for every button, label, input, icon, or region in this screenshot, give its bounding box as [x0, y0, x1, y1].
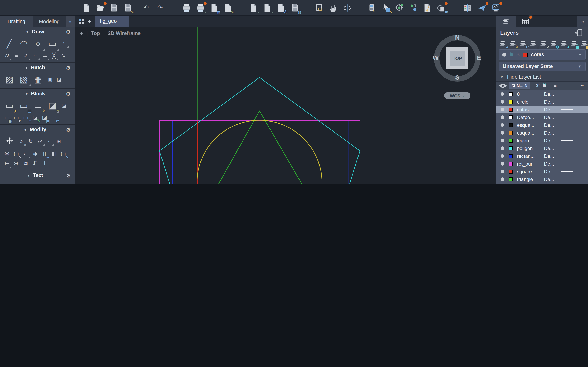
mtext-icon[interactable]: A	[3, 180, 16, 184]
order-swap-icon[interactable]: ⇵	[31, 159, 39, 167]
viewport-view-menu[interactable]: Top	[91, 30, 100, 36]
view-compass[interactable]: N S W E TOP	[434, 35, 481, 82]
outer-rectangle[interactable]	[159, 120, 360, 184]
layer-color-swatch[interactable]	[509, 177, 513, 181]
palette-collapse-button[interactable]: «	[66, 16, 75, 27]
circle-icon[interactable]: ○	[31, 36, 44, 50]
gear-icon[interactable]: ⚙	[66, 65, 71, 71]
isolate-objects-icon[interactable]	[408, 2, 419, 13]
hatch-icon[interactable]: ▨	[3, 72, 16, 86]
share-icon[interactable]	[476, 2, 487, 13]
purge-icon[interactable]	[422, 2, 432, 13]
name-column-header[interactable]: ◪N...⇅	[509, 82, 530, 89]
wcs-selector[interactable]: WCS▽	[444, 92, 470, 99]
save-as-icon[interactable]: ✎	[122, 2, 133, 13]
compass-south[interactable]: S	[453, 74, 461, 81]
block-replace-icon[interactable]: ◪▣	[40, 113, 49, 122]
turn-off-icon[interactable]: ●	[559, 39, 568, 48]
layer-row-cotas[interactable]: cotasDe...	[496, 106, 588, 113]
import-icon[interactable]: →	[248, 2, 259, 13]
section-collapse-icon[interactable]: ▼	[26, 30, 29, 34]
rectangle-icon[interactable]: ▭	[46, 36, 59, 50]
layer-color-swatch[interactable]	[509, 123, 513, 127]
layer-color-swatch[interactable]	[509, 92, 513, 96]
save-web-icon[interactable]: ◍	[290, 2, 300, 13]
current-layer-selector[interactable]: ✻ cotas ▼	[499, 49, 586, 60]
new-file-icon[interactable]	[81, 2, 91, 13]
arc-alt-icon[interactable]: ◜	[60, 39, 68, 48]
attribute-edit-icon[interactable]: ◪✎	[46, 98, 59, 112]
save-icon[interactable]	[109, 2, 119, 13]
multiline-icon[interactable]: ≡	[12, 51, 20, 60]
layer-row-circle[interactable]: circleDe...	[496, 98, 588, 106]
linetype-column-icon[interactable]: ┉	[581, 83, 584, 89]
join-icon[interactable]: ↣	[12, 159, 20, 167]
viewport-style-menu[interactable]: 2D Wireframe	[108, 30, 141, 36]
clean-icon[interactable]: ⊥	[40, 159, 49, 167]
spline-icon[interactable]: ∿	[59, 51, 67, 60]
gradient-icon[interactable]: ▦	[31, 72, 44, 86]
compass-face-top[interactable]: TOP	[446, 47, 468, 69]
gear-icon[interactable]: ⚙	[66, 91, 71, 97]
fillet-icon[interactable]: ◜	[45, 137, 53, 146]
layer-color-swatch[interactable]	[509, 138, 513, 142]
drawing-canvas[interactable]: + | Top | 2D Wireframe N S W E TOP WCS▽ …	[75, 27, 496, 184]
layer-row-legen[interactable]: legen...De...	[496, 137, 588, 144]
tool-sets-icon[interactable]	[366, 2, 377, 13]
lock-icon[interactable]	[569, 39, 579, 48]
arc-icon[interactable]: ◠	[17, 36, 30, 50]
polyline-icon[interactable]: N	[3, 51, 11, 60]
compass-west[interactable]: W	[432, 54, 440, 61]
unlock-icon[interactable]	[579, 39, 588, 48]
hatch-edit-icon[interactable]: ◪	[55, 75, 63, 83]
pentagon[interactable]	[159, 77, 360, 184]
redo-icon[interactable]: ↷	[155, 2, 165, 13]
layers-popout-icon[interactable]	[573, 27, 584, 38]
viewport-menu-button[interactable]: +	[80, 30, 83, 36]
panel-tab-layers[interactable]	[496, 16, 516, 27]
mirror-icon[interactable]: ⋈	[3, 149, 11, 158]
layer-color-swatch[interactable]	[509, 131, 513, 135]
print-export-icon[interactable]: →	[195, 2, 205, 13]
page-edit-icon[interactable]: ✎	[223, 2, 233, 13]
spell-check-icon[interactable]: ✓	[41, 182, 49, 184]
gear-icon[interactable]: ⚙	[66, 29, 71, 35]
compass-east[interactable]: E	[475, 54, 483, 61]
layer-row-rectan[interactable]: rectan...De...	[496, 152, 588, 160]
add-block-icon[interactable]: ▭+	[22, 113, 30, 122]
visibility-column-icon[interactable]	[499, 82, 506, 89]
block-edit-icon[interactable]: ▭✎	[31, 98, 44, 112]
section-collapse-icon[interactable]: ▼	[27, 174, 30, 177]
layer-color-swatch[interactable]	[509, 162, 513, 166]
stretch-icon[interactable]: ▯→	[40, 149, 49, 158]
section-collapse-icon[interactable]: ▼	[25, 66, 28, 69]
layer-row-defpo[interactable]: Defpo...De...	[496, 113, 588, 121]
drawing-tab-fig-geo[interactable]: fig_geo	[95, 16, 129, 27]
open-icon[interactable]	[95, 2, 105, 13]
move-icon[interactable]	[3, 134, 16, 148]
move-below-icon[interactable]: ↓	[528, 39, 538, 48]
circle[interactable]	[197, 120, 322, 184]
attach-icon[interactable]: @	[276, 2, 286, 13]
quick-select-icon[interactable]: ϟ	[380, 2, 391, 13]
gear-icon[interactable]: ⚙	[66, 127, 71, 133]
text-underline-icon[interactable]: A	[31, 182, 40, 184]
layer-row-esqua[interactable]: esqua...De...	[496, 121, 588, 129]
layer-color-swatch[interactable]	[509, 146, 513, 150]
insert-icon[interactable]: ▭★	[3, 98, 16, 112]
new-drawing-tab-button[interactable]: +	[88, 18, 91, 25]
block-sync-icon[interactable]: ◪↻	[31, 113, 39, 122]
text-columns-icon[interactable]: ▤	[50, 182, 58, 184]
triangle[interactable]	[199, 111, 322, 184]
line-icon[interactable]: ╱	[3, 36, 16, 50]
rotate-icon[interactable]: ↻	[26, 137, 35, 146]
compass-north[interactable]: N	[453, 34, 461, 41]
tag-icon[interactable]: ◪	[60, 101, 68, 110]
performance-icon[interactable]	[490, 2, 501, 13]
layer-color-swatch[interactable]	[509, 108, 513, 111]
array-icon[interactable]: ⊞	[55, 137, 63, 146]
layer-color-swatch[interactable]	[509, 100, 513, 104]
offset-icon[interactable]: ⊂	[22, 149, 30, 158]
section-collapse-icon[interactable]: ▼	[25, 92, 28, 96]
measure-icon[interactable]: ↗	[22, 51, 30, 60]
